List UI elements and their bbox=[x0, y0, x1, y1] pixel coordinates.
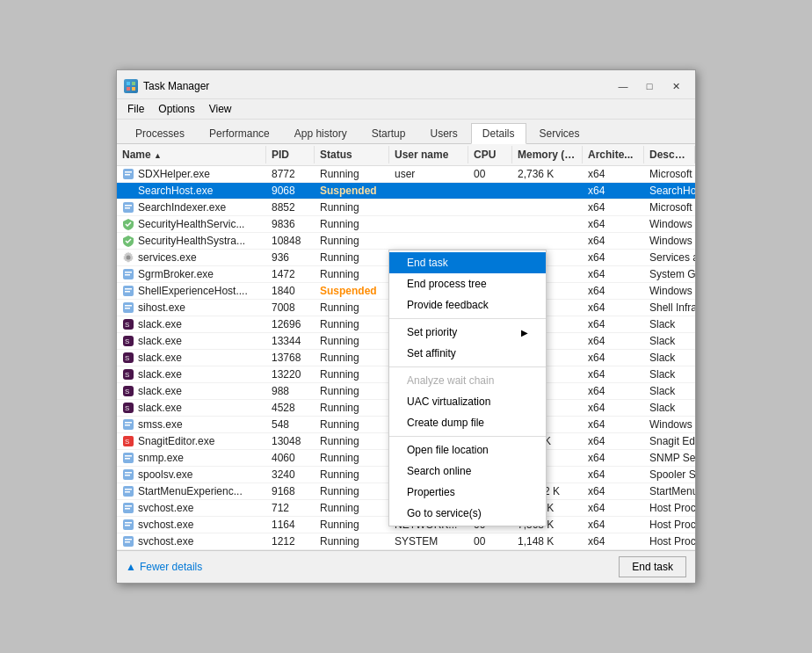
context-menu-item[interactable]: Set affinity bbox=[389, 343, 546, 364]
process-icon bbox=[122, 535, 134, 548]
process-icon: S bbox=[122, 435, 134, 447]
cell-cpu bbox=[468, 216, 512, 232]
cell-desc: Slack bbox=[644, 366, 695, 382]
col-username[interactable]: User name bbox=[389, 146, 468, 163]
cell-name: S slack.exe bbox=[117, 350, 266, 366]
process-icon bbox=[122, 285, 134, 297]
cell-user bbox=[389, 200, 468, 215]
process-icon bbox=[122, 502, 134, 514]
svg-rect-43 bbox=[125, 472, 132, 474]
svg-rect-6 bbox=[125, 174, 130, 176]
context-menu-item[interactable]: End process tree bbox=[389, 273, 546, 294]
tab-details[interactable]: Details bbox=[471, 123, 526, 144]
cell-status: Running bbox=[315, 433, 389, 449]
context-menu-separator bbox=[389, 366, 546, 367]
process-icon bbox=[122, 268, 134, 280]
context-menu-item[interactable]: Search online bbox=[389, 461, 546, 482]
svg-rect-47 bbox=[125, 491, 130, 493]
cell-pid: 3240 bbox=[266, 467, 315, 482]
table-row[interactable]: SecurityHealthSystra... 10848 Running x6… bbox=[117, 233, 695, 250]
cell-name: services.exe bbox=[117, 250, 266, 265]
svg-rect-52 bbox=[125, 522, 132, 524]
cell-status: Running bbox=[315, 216, 389, 232]
fewer-details-link[interactable]: ▲ Fewer details bbox=[126, 561, 202, 573]
col-name[interactable]: Name ▲ bbox=[117, 146, 266, 163]
table-row[interactable]: svchost.exe 1212 Running SYSTEM 00 1,148… bbox=[117, 533, 695, 550]
tab-services[interactable]: Services bbox=[528, 123, 591, 143]
end-task-button[interactable]: End task bbox=[619, 556, 686, 577]
svg-rect-18 bbox=[125, 291, 130, 293]
cell-name: SDXHelper.exe bbox=[117, 166, 266, 182]
svg-text:S: S bbox=[125, 388, 129, 395]
tab-users[interactable]: Users bbox=[418, 123, 468, 143]
cell-name: SgrmBroker.exe bbox=[117, 266, 266, 282]
tab-startup[interactable]: Startup bbox=[360, 123, 417, 143]
context-menu-item[interactable]: Open file location bbox=[389, 439, 546, 461]
cell-name: S slack.exe bbox=[117, 366, 266, 382]
minimize-button[interactable]: — bbox=[611, 77, 635, 95]
svg-rect-44 bbox=[125, 475, 130, 476]
cell-arch: x64 bbox=[583, 183, 644, 199]
col-status[interactable]: Status bbox=[315, 146, 389, 163]
context-menu-item[interactable]: Create dump file bbox=[389, 412, 546, 433]
cell-desc: Slack bbox=[644, 333, 695, 349]
process-icon bbox=[122, 418, 134, 431]
cell-arch: x64 bbox=[583, 316, 644, 332]
cell-arch: x64 bbox=[583, 400, 644, 416]
table-row[interactable]: SDXHelper.exe 8772 Running user 00 2,736… bbox=[117, 166, 695, 183]
cell-desc: Slack bbox=[644, 400, 695, 416]
maximize-button[interactable]: □ bbox=[637, 77, 662, 95]
process-icon bbox=[122, 185, 134, 197]
svg-text:S: S bbox=[125, 404, 129, 412]
col-arch[interactable]: Archite... bbox=[583, 146, 644, 163]
context-menu-item-label: Analyze wait chain bbox=[407, 374, 494, 387]
col-memory[interactable]: Memory (a... bbox=[512, 146, 583, 163]
cell-arch: x64 bbox=[583, 300, 644, 316]
process-icon bbox=[122, 201, 134, 214]
cell-memory bbox=[512, 183, 583, 199]
context-menu-item[interactable]: Properties bbox=[389, 482, 546, 503]
col-pid[interactable]: PID bbox=[266, 146, 315, 163]
table-row[interactable]: SecurityHealthServic... 9836 Running x64… bbox=[117, 216, 695, 233]
svg-rect-53 bbox=[125, 525, 130, 526]
menu-options[interactable]: Options bbox=[151, 101, 201, 117]
context-menu-item-label: Set affinity bbox=[407, 347, 456, 359]
tab-app-history[interactable]: App history bbox=[283, 123, 359, 143]
cell-status: Running bbox=[315, 417, 389, 432]
cell-arch: x64 bbox=[583, 333, 644, 349]
col-desc[interactable]: Description bbox=[644, 146, 695, 163]
context-menu-item: Analyze wait chain bbox=[389, 370, 546, 391]
cell-memory bbox=[512, 216, 583, 232]
context-menu-item[interactable]: Provide feedback bbox=[389, 294, 546, 316]
window-controls: — □ ✕ bbox=[611, 77, 688, 95]
table-row[interactable]: SearchHost.exe 9068 Suspended x64 Search… bbox=[117, 183, 695, 200]
cell-arch: x64 bbox=[583, 433, 644, 449]
context-menu-item[interactable]: UAC virtualization bbox=[389, 391, 546, 412]
col-cpu[interactable]: CPU bbox=[468, 146, 512, 163]
cell-pid: 8852 bbox=[266, 200, 315, 215]
tab-performance[interactable]: Performance bbox=[198, 123, 281, 143]
tab-processes[interactable]: Processes bbox=[124, 123, 196, 143]
cell-pid: 1840 bbox=[266, 283, 315, 299]
process-icon bbox=[122, 168, 134, 180]
svg-rect-49 bbox=[125, 505, 132, 507]
context-menu-item[interactable]: Go to service(s) bbox=[389, 503, 546, 524]
cell-pid: 9836 bbox=[266, 216, 315, 232]
close-button[interactable]: ✕ bbox=[663, 77, 688, 95]
table-row[interactable]: SearchIndexer.exe 8852 Running x64 Micro… bbox=[117, 200, 695, 216]
cell-arch: x64 bbox=[583, 533, 644, 549]
cell-arch: x64 bbox=[583, 266, 644, 282]
cell-pid: 9168 bbox=[266, 483, 315, 499]
context-menu-item[interactable]: End task bbox=[389, 252, 546, 273]
svg-rect-20 bbox=[125, 305, 132, 307]
svg-point-7 bbox=[124, 186, 131, 193]
cell-pid: 7008 bbox=[266, 300, 315, 316]
cell-pid: 936 bbox=[266, 250, 315, 265]
process-icon: S bbox=[122, 402, 134, 414]
cell-arch: x64 bbox=[583, 233, 644, 249]
cell-desc: Windows Sec... bbox=[644, 216, 695, 232]
menu-view[interactable]: View bbox=[202, 101, 239, 117]
menu-file[interactable]: File bbox=[120, 101, 151, 117]
context-menu-item[interactable]: Set priority▶ bbox=[389, 322, 546, 343]
tab-bar: Processes Performance App history Startu… bbox=[117, 120, 695, 144]
